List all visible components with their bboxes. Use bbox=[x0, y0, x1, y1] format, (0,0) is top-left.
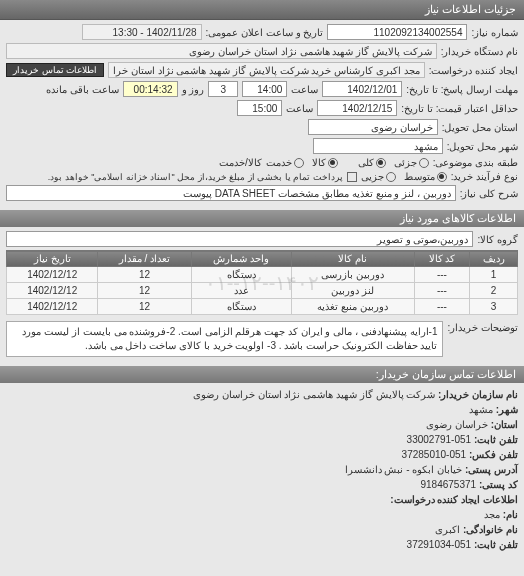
form-area: شماره نیاز: 1102092134002554 تاریخ و ساع… bbox=[0, 20, 524, 208]
desc-label: شرح کلی نیاز: bbox=[460, 188, 518, 199]
table-row: 3 --- دوربین منبع تغذیه دستگاه 12 1402/1… bbox=[7, 299, 518, 315]
req-creator-label: اطلاعات ایجاد کننده درخواست: bbox=[390, 494, 518, 505]
lname-label: نام خانوادگی: bbox=[463, 524, 518, 535]
prov-label: استان: bbox=[491, 419, 518, 430]
city-value: مشهد bbox=[469, 404, 493, 415]
radio-total-label: کلی bbox=[358, 157, 374, 168]
time-label-1: ساعت bbox=[291, 84, 318, 95]
city-label: شهر: bbox=[496, 404, 518, 415]
radio-partial[interactable]: جزئی bbox=[394, 157, 429, 168]
col-date: تاریخ نیاز bbox=[7, 251, 98, 267]
lname-value: اکبری bbox=[435, 524, 460, 535]
tel-value: 051-33002791 bbox=[407, 434, 472, 445]
name-value: مجد bbox=[484, 509, 500, 520]
time-left-suffix: ساعت باقی مانده bbox=[46, 84, 119, 95]
phone-label: تلفن ثابت: bbox=[474, 539, 518, 550]
table-row: 2 --- لنز دوربین عدد 12 1402/12/12 bbox=[7, 283, 518, 299]
delivery-city-label: شهر محل تحویل: bbox=[447, 141, 518, 152]
treasury-checkbox[interactable] bbox=[347, 172, 357, 182]
radio-service-label: خدمت bbox=[266, 157, 292, 168]
radio-goods-label: کالا bbox=[312, 157, 326, 168]
buyer-org-field: شرکت پالایش گاز شهید هاشمی نژاد استان خر… bbox=[6, 43, 437, 59]
items-table: ردیف کد کالا نام کالا واحد شمارش تعداد /… bbox=[6, 250, 518, 315]
need-no-label: شماره نیاز: bbox=[471, 27, 518, 38]
col-name: نام کالا bbox=[291, 251, 414, 267]
radio-total[interactable]: کلی bbox=[358, 157, 386, 168]
deadline-date-field: 1402/12/01 bbox=[322, 81, 402, 97]
payment-type-label: نوع فرآیند خرید: bbox=[451, 171, 518, 182]
group-field: دوربین،صوتی و تصویر bbox=[6, 231, 473, 247]
payment-note: پرداخت تمام یا بخشی از مبلغ خرید،از محل … bbox=[48, 172, 343, 182]
page-title: جزئیات اطلاعات نیاز bbox=[425, 3, 516, 15]
post-label: کد پستی: bbox=[479, 479, 518, 490]
need-no-field: 1102092134002554 bbox=[327, 24, 467, 40]
announce-label: تاریخ و ساعت اعلان عمومی: bbox=[206, 27, 324, 38]
col-row: ردیف bbox=[470, 251, 518, 267]
desc-field: دوربین ، لنز و منبع تغذیه مطابق مشخصات D… bbox=[6, 185, 456, 201]
fax-value: 051-37285010 bbox=[402, 449, 467, 460]
deadline-time-field: 14:00 bbox=[242, 81, 287, 97]
addr-value: خیابان ابکوه - نبش دانشسرا bbox=[345, 464, 462, 475]
fax-label: تلفن فکس: bbox=[469, 449, 518, 460]
radio-payment-partial[interactable]: جزیی bbox=[361, 171, 396, 182]
radio-goods[interactable]: کالا bbox=[312, 157, 338, 168]
delivery-prov-field: خراسان رضوی bbox=[308, 119, 438, 135]
partial-label: طبقه بندی موضوعی: bbox=[433, 157, 518, 168]
addr-label: آدرس پستی: bbox=[465, 464, 518, 475]
post-value: 9184675371 bbox=[420, 479, 476, 490]
deadline-label: مهلت ارسال پاسخ: تا تاریخ: bbox=[406, 84, 518, 95]
delivery-prov-label: استان محل تحویل: bbox=[442, 122, 518, 133]
days-left-field: 3 bbox=[208, 81, 238, 97]
org-label: نام سازمان خریدار: bbox=[438, 389, 518, 400]
radio-partial-label: جزئی bbox=[394, 157, 417, 168]
contact-section-title: اطلاعات تماس سازمان خریدار: bbox=[0, 366, 524, 383]
radio-payment-mid-label: متوسط bbox=[404, 171, 435, 182]
validity-label: حداقل اعتبار قیمت: تا تاریخ: bbox=[401, 103, 518, 114]
tel-label: تلفن ثابت: bbox=[474, 434, 518, 445]
buyer-org-label: نام دستگاه خریدار: bbox=[441, 46, 518, 57]
page-header: جزئیات اطلاعات نیاز bbox=[0, 0, 524, 20]
phone-value: 051-37291034 bbox=[407, 539, 472, 550]
time-left-field: 00:14:32 bbox=[123, 81, 178, 97]
time-label-2: ساعت bbox=[286, 103, 313, 114]
buyer-contact-button[interactable]: اطلاعات تماس خریدار bbox=[6, 63, 104, 77]
buyer-note-label: توضیحات خریدار: bbox=[447, 319, 518, 333]
col-code: کد کالا bbox=[414, 251, 469, 267]
org-value: شرکت پالایش گاز شهید هاشمی نژاد استان خر… bbox=[193, 389, 435, 400]
announce-field: 1402/11/28 - 13:30 bbox=[82, 24, 202, 40]
col-qty: تعداد / مقدار bbox=[98, 251, 191, 267]
days-left-suffix: روز و bbox=[182, 84, 205, 95]
unit-label: کالا/خدمت bbox=[219, 157, 262, 168]
group-label: گروه کالا: bbox=[477, 234, 518, 245]
buyer-note-box: 1-ارایه پیشنهادفنی ، مالی و ایران کد جهت… bbox=[6, 321, 443, 357]
prov-value: خراسان رضوی bbox=[426, 419, 488, 430]
radio-service[interactable]: خدمت bbox=[266, 157, 304, 168]
validity-date-field: 1402/12/15 bbox=[317, 100, 397, 116]
delivery-city-field: مشهد bbox=[313, 138, 443, 154]
name-label: نام: bbox=[503, 509, 518, 520]
validity-time-field: 15:00 bbox=[237, 100, 282, 116]
contact-section: نام سازمان خریدار: شرکت پالایش گاز شهید … bbox=[0, 383, 524, 556]
radio-payment-mid[interactable]: متوسط bbox=[404, 171, 447, 182]
requester-field: مجد اکبری کارشناس خرید شرکت پالایش گاز ش… bbox=[108, 62, 425, 78]
radio-payment-partial-label: جزیی bbox=[361, 171, 384, 182]
items-section-title: اطلاعات کالاهای مورد نیاز bbox=[0, 210, 524, 227]
col-unit: واحد شمارش bbox=[191, 251, 291, 267]
table-row: 1 --- دوربین بازرسی دستگاه 12 1402/12/12 bbox=[7, 267, 518, 283]
requester-label: ایجاد کننده درخواست: bbox=[429, 65, 518, 76]
